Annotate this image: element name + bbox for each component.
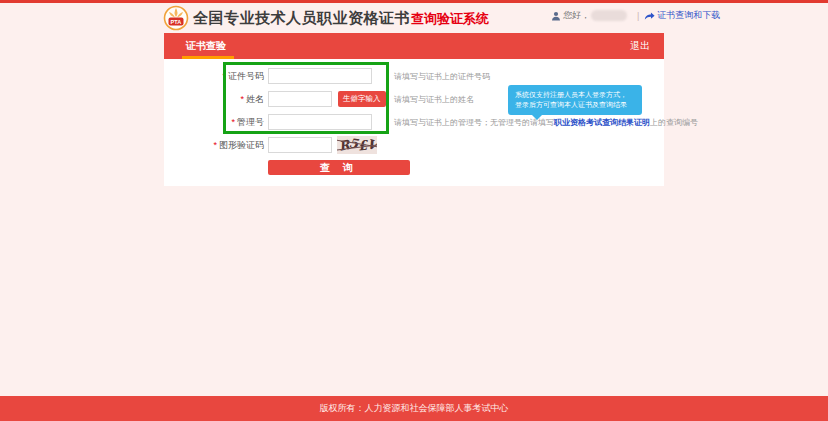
- required-mark: *: [222, 71, 226, 81]
- tab-certificate-verify-label: 证书查验: [186, 40, 226, 51]
- greeting-text: 您好，: [563, 9, 590, 22]
- id-number-input[interactable]: [268, 68, 372, 84]
- manage-no-hint: 请填写与证书上的管理号；无管理号的请填写职业资格考试查询结果证明上的查询编号: [394, 117, 698, 128]
- id-number-label: * 证件号码: [164, 70, 264, 83]
- name-label: * 姓名: [164, 93, 264, 106]
- login-requirement-tooltip: 系统仅支持注册人员本人登录方式， 登录后方可查询本人证书及查询结果: [508, 85, 642, 115]
- certificate-download-link[interactable]: 证书查询和下载: [657, 9, 720, 22]
- user-icon: [551, 11, 561, 21]
- tooltip-line2: 登录后方可查询本人证书及查询结果: [515, 100, 635, 110]
- captcha-label-text: 图形验证码: [219, 139, 264, 152]
- query-form-panel: * 证件号码 请填写与证书上的证件号码 * 姓名 生僻字输入 请填写与证书上的姓…: [164, 59, 664, 186]
- form-row-id-number: * 证件号码 请填写与证书上的证件号码: [164, 68, 664, 84]
- id-number-hint: 请填写与证书上的证件号码: [394, 71, 490, 82]
- header-brand: PTA 全国专业技术人员职业资格证书 查询验证系统: [163, 5, 489, 31]
- site-title-accent: 查询验证系统: [411, 10, 489, 28]
- name-input[interactable]: [268, 91, 332, 107]
- share-arrow-icon: [644, 11, 655, 21]
- rare-character-input-button[interactable]: 生僻字输入: [338, 91, 386, 107]
- header-user-info: 您好， | 证书查询和下载: [551, 9, 720, 22]
- required-mark: *: [231, 117, 235, 127]
- name-label-text: 姓名: [246, 93, 264, 106]
- manage-no-hint-suffix: 上的查询编号: [650, 118, 698, 127]
- top-accent-line: [0, 0, 828, 3]
- required-mark: *: [213, 140, 217, 150]
- form-row-manage-no: * 管理号 请填写与证书上的管理号；无管理号的请填写职业资格考试查询结果证明上的…: [164, 114, 664, 130]
- logout-button[interactable]: 退出: [630, 33, 650, 59]
- page-footer: 版权所有：人力资源和社会保障部人事考试中心: [0, 396, 828, 421]
- copyright-text: 版权所有：人力资源和社会保障部人事考试中心: [0, 396, 828, 421]
- manage-no-label-text: 管理号: [237, 116, 264, 129]
- query-submit-button[interactable]: 查 询: [268, 160, 410, 175]
- captcha-input[interactable]: [268, 137, 332, 153]
- logo-text: PTA: [171, 19, 182, 25]
- manage-no-label: * 管理号: [164, 116, 264, 129]
- form-row-captcha: * 图形验证码 R 5 £ V: [164, 137, 664, 153]
- main-nav-bar: 证书查验 退出: [164, 33, 664, 59]
- tooltip-pointer: [532, 115, 542, 120]
- required-mark: *: [240, 94, 244, 104]
- captcha-image[interactable]: R 5 £ V: [337, 136, 377, 154]
- manage-no-input[interactable]: [268, 114, 372, 130]
- site-title: 全国专业技术人员职业资格证书: [193, 9, 410, 28]
- header-divider: |: [637, 11, 639, 21]
- tab-certificate-verify[interactable]: 证书查验: [178, 33, 234, 59]
- name-hint: 请填写与证书上的姓名: [394, 94, 474, 105]
- tooltip-line1: 系统仅支持注册人员本人登录方式，: [515, 90, 635, 100]
- query-result-proof-link[interactable]: 职业资格考试查询结果证明: [554, 118, 650, 127]
- cpta-logo-icon: PTA: [163, 5, 189, 31]
- redacted-username: [591, 10, 627, 21]
- id-number-label-text: 证件号码: [228, 70, 264, 83]
- manage-no-hint-prefix: 请填写与证书上的管理号；无管理号的请填写: [394, 118, 554, 127]
- captcha-label: * 图形验证码: [164, 139, 264, 152]
